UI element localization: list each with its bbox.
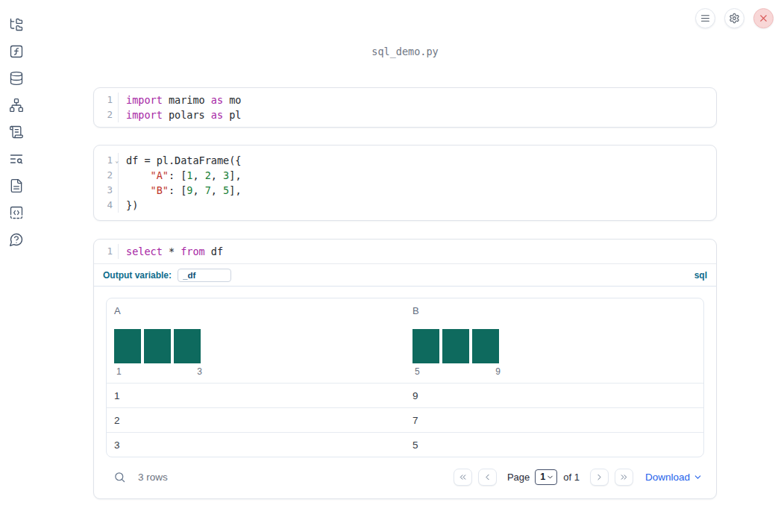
scroll-logs-icon	[9, 125, 24, 140]
code-text[interactable]: import polars as pl	[119, 107, 241, 122]
sidebar-item-datasources[interactable]	[8, 70, 25, 87]
table-row: 19	[107, 383, 703, 407]
column-header-a[interactable]: A13	[107, 298, 405, 383]
gear-icon	[729, 13, 740, 24]
histogram-bar	[174, 329, 201, 363]
page-select[interactable]: 1	[535, 469, 557, 485]
code-line: 1⌄df = pl.DataFrame({	[94, 153, 716, 168]
table-search-button[interactable]	[113, 471, 126, 484]
code-text[interactable]: select * from df	[119, 244, 223, 259]
sidebar-item-tracebacks[interactable]	[8, 151, 25, 167]
chevron-down-icon	[546, 473, 554, 481]
code-text[interactable]: "B": [9, 7, 5],	[119, 183, 242, 198]
line-number: 4	[94, 198, 119, 213]
notebook: sql_demo.py 1import marimo as mo2import …	[93, 0, 717, 499]
row-count: 3 rows	[138, 472, 168, 483]
shutdown-button[interactable]	[753, 8, 774, 28]
code-line: 1import marimo as mo	[94, 93, 716, 107]
cell-output-area: A13B59 192735 3 rows Page 1	[94, 287, 716, 498]
chevron-left-icon	[483, 472, 492, 482]
code-line: 2import polars as pl	[94, 107, 716, 122]
code-text[interactable]: df = pl.DataFrame({	[119, 153, 241, 168]
column-histogram	[412, 329, 499, 363]
dataframe-table: A13B59 192735	[106, 298, 704, 457]
chevrons-right-icon	[619, 472, 629, 482]
table-header: A13B59	[107, 298, 703, 383]
axis-min-label: 1	[116, 366, 122, 377]
first-page-button[interactable]	[454, 469, 472, 486]
line-number: 1	[94, 244, 119, 259]
table-cell: 2	[107, 415, 405, 426]
histogram-bar	[144, 329, 171, 363]
sidebar-item-snippets[interactable]	[8, 204, 25, 221]
sidebar-item-functions[interactable]	[8, 43, 25, 60]
download-button[interactable]: Download	[645, 472, 703, 483]
code-line: 4})	[94, 198, 716, 213]
dependency-graph-icon	[9, 98, 24, 113]
sidebar	[0, 0, 33, 532]
code-snippets-icon	[9, 205, 24, 220]
code-text[interactable]: "A": [1, 2, 3],	[119, 168, 242, 183]
line-number: 1⌄	[94, 153, 119, 168]
notebook-filename: sql_demo.py	[93, 46, 717, 57]
sidebar-item-logs[interactable]	[8, 124, 25, 140]
code-cell-dataframe[interactable]: 1⌄df = pl.DataFrame({2 "A": [1, 2, 3],3 …	[93, 145, 717, 221]
line-number: 2	[94, 168, 119, 183]
sidebar-item-file-tree[interactable]	[8, 16, 25, 33]
sidebar-item-dependency-graph[interactable]	[8, 97, 25, 113]
code-cell-imports[interactable]: 1import marimo as mo2import polars as pl	[93, 87, 717, 128]
last-page-button[interactable]	[615, 469, 633, 486]
output-variable-label: Output variable:	[103, 270, 172, 281]
sidebar-item-help[interactable]	[8, 231, 25, 248]
chevron-down-icon	[693, 472, 703, 482]
histogram-axis: 13	[114, 366, 204, 377]
sidebar-item-documentation[interactable]	[8, 178, 25, 194]
document-icon	[9, 178, 24, 193]
histogram-bar	[412, 329, 439, 363]
axis-max-label: 9	[495, 366, 501, 377]
axis-max-label: 3	[197, 366, 202, 377]
sql-cell: 1select * from df Output variable: sql A…	[93, 239, 717, 499]
output-variable-row: Output variable: sql	[94, 264, 716, 287]
line-number: 3	[94, 183, 119, 198]
histogram-bar	[472, 329, 499, 363]
next-page-button[interactable]	[590, 469, 609, 486]
table-footer: 3 rows Page 1 of 1	[106, 464, 704, 489]
close-icon	[758, 13, 769, 24]
database-icon	[9, 71, 24, 86]
axis-min-label: 5	[415, 366, 420, 377]
page-select-value: 1	[540, 472, 545, 482]
column-name: A	[114, 305, 398, 317]
table-cell: 9	[405, 390, 703, 401]
settings-button[interactable]	[724, 8, 744, 28]
help-chat-icon	[9, 232, 24, 247]
file-tree-icon	[9, 17, 24, 32]
fold-arrow-icon[interactable]: ⌄	[115, 154, 119, 169]
previous-page-button[interactable]	[478, 469, 497, 486]
search-icon	[113, 471, 126, 484]
column-histogram	[114, 329, 201, 363]
table-row: 35	[107, 432, 703, 457]
code-line: 1select * from df	[94, 244, 716, 259]
sql-editor[interactable]: 1select * from df	[94, 240, 716, 264]
table-cell: 3	[107, 439, 405, 451]
table-cell: 7	[405, 415, 703, 426]
histogram-axis: 59	[412, 366, 502, 377]
histogram-bar	[442, 329, 469, 363]
download-label: Download	[645, 472, 690, 483]
code-line: 2 "A": [1, 2, 3],	[94, 168, 716, 183]
page-of-label: of 1	[563, 472, 580, 483]
line-number: 1	[94, 93, 119, 107]
chevrons-left-icon	[458, 472, 468, 482]
line-number: 2	[94, 107, 119, 122]
column-header-b[interactable]: B59	[405, 298, 703, 383]
column-name: B	[412, 305, 696, 317]
output-variable-input[interactable]	[178, 269, 231, 282]
code-line: 3 "B": [9, 7, 5],	[94, 183, 716, 198]
chevron-right-icon	[595, 472, 604, 482]
code-text[interactable]: import marimo as mo	[119, 93, 241, 107]
table-cell: 1	[107, 390, 405, 401]
table-row: 27	[107, 407, 703, 432]
code-text[interactable]: })	[119, 198, 138, 213]
language-badge: sql	[694, 270, 707, 281]
